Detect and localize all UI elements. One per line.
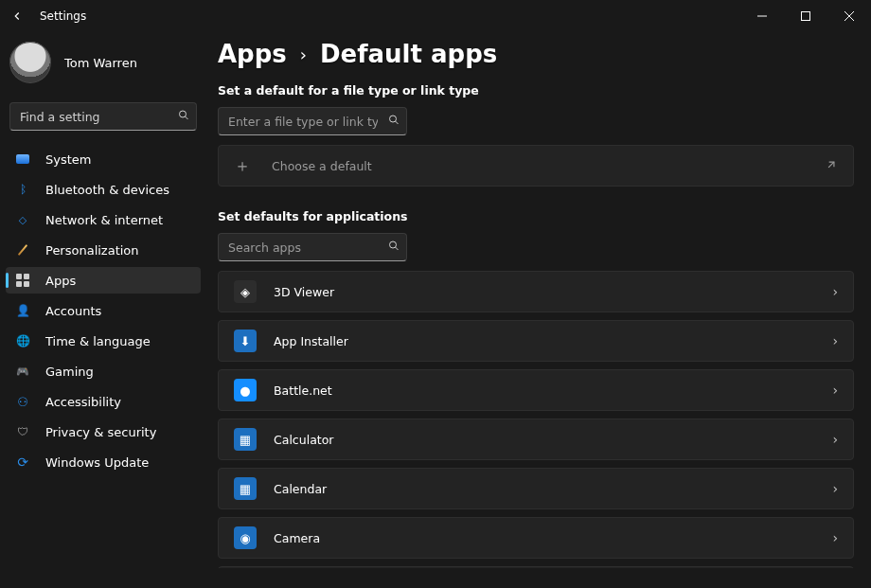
network-icon: ◇ [15,212,30,227]
calendar-icon: ▦ [234,477,257,500]
bluetooth-icon: ᛒ [15,182,30,197]
svg-point-8 [390,241,397,248]
choose-default-label: Choose a default [272,159,372,173]
back-button[interactable] [6,5,28,27]
app-row-3d-viewer[interactable]: ◈3D Viewer› [218,271,854,312]
gaming-icon: 🎮 [15,364,30,379]
user-block[interactable]: Tom Warren [6,38,201,95]
breadcrumb-root[interactable]: Apps [218,40,287,68]
open-external-icon [825,157,838,175]
sidebar: Tom Warren SystemᛒBluetooth & devices◇Ne… [0,32,206,588]
app-row-app-installer[interactable]: ⬇App Installer› [218,320,854,362]
calculator-icon: ▦ [234,428,257,451]
window-title: Settings [40,9,86,23]
user-name: Tom Warren [64,56,137,70]
app-list: ◈3D Viewer›⬇App Installer›●Battle.net›▦C… [218,271,854,568]
close-button[interactable] [827,0,871,32]
time-icon: 🌐 [15,333,30,348]
apps-icon [15,273,30,288]
svg-point-4 [180,111,187,117]
filetype-section-label: Set a default for a file type or link ty… [218,83,854,98]
plus-icon: ＋ [234,154,251,177]
chevron-right-icon: › [832,284,838,299]
nav-item-label: Network & internet [45,213,163,227]
chevron-right-icon: › [832,333,838,348]
apps-search [218,233,407,261]
nav-item-label: Accounts [45,304,101,318]
nav-item-update[interactable]: ⟳Windows Update [6,449,201,475]
minimize-button[interactable] [740,0,784,32]
app-row-label: App Installer [274,334,348,348]
update-icon: ⟳ [15,454,30,470]
apps-search-input[interactable] [218,233,407,261]
sidebar-search [9,102,197,131]
svg-line-5 [186,116,188,119]
app-row-label: Calendar [274,482,327,496]
main-scroll[interactable]: Apps › Default apps Set a default for a … [218,38,858,568]
accounts-icon: 👤 [15,303,30,318]
nav-item-personalization[interactable]: Personalization [6,237,201,263]
camera-icon: ◉ [234,526,257,549]
nav-item-label: Time & language [45,334,151,348]
filetype-search [218,107,407,135]
nav-item-label: Apps [45,274,76,288]
svg-rect-1 [802,12,810,21]
breadcrumb-current: Default apps [320,40,497,68]
apps-section-label: Set defaults for applications [218,209,854,223]
nav-item-gaming[interactable]: 🎮Gaming [6,358,201,384]
filetype-search-input[interactable] [218,107,407,135]
avatar [9,42,51,83]
nav-item-accessibility[interactable]: ⚇Accessibility [6,388,201,415]
nav-item-accounts[interactable]: 👤Accounts [6,297,201,324]
nav-item-label: Windows Update [45,455,149,470]
nav-item-privacy[interactable]: 🛡Privacy & security [6,419,201,445]
chevron-right-icon: › [300,45,307,64]
app-row-label: Calculator [274,433,333,447]
privacy-icon: 🛡 [15,424,30,439]
personalization-icon [15,242,30,258]
app-row-label: Camera [274,531,320,545]
maximize-button[interactable] [784,0,827,32]
search-icon [178,110,189,124]
app-row-camera[interactable]: ◉Camera› [218,517,854,559]
nav-item-label: Personalization [45,243,139,258]
app-row-calendar[interactable]: ▦Calendar› [218,468,854,509]
svg-point-6 [390,116,397,122]
app-installer-icon: ⬇ [234,330,257,352]
chevron-right-icon: › [832,432,838,447]
titlebar: Settings [0,0,871,32]
search-icon [388,115,400,129]
system-icon [15,151,30,167]
app-row-battle-net[interactable]: ●Battle.net› [218,369,854,411]
svg-line-9 [396,247,399,250]
window-controls [740,0,871,32]
nav-item-network[interactable]: ◇Network & internet [6,206,201,233]
sidebar-search-input[interactable] [9,102,197,131]
nav-item-label: Gaming [45,365,94,379]
app-row-clock[interactable]: ◷Clock› [218,566,854,568]
breadcrumb: Apps › Default apps [218,38,854,81]
nav-item-label: System [45,152,91,167]
svg-line-7 [396,121,399,124]
choose-default-row[interactable]: ＋ Choose a default [218,145,854,187]
nav-item-label: Privacy & security [45,425,156,439]
chevron-right-icon: › [832,383,838,398]
nav-item-system[interactable]: System [6,146,201,172]
3d-viewer-icon: ◈ [234,280,257,303]
accessibility-icon: ⚇ [15,394,30,409]
chevron-right-icon: › [832,530,838,545]
chevron-right-icon: › [832,481,838,496]
app-row-label: 3D Viewer [274,285,334,299]
nav-list: SystemᛒBluetooth & devices◇Network & int… [6,146,201,475]
nav-item-apps[interactable]: Apps [6,267,201,294]
battle-net-icon: ● [234,379,257,401]
nav-item-label: Bluetooth & devices [45,183,169,197]
nav-item-bluetooth[interactable]: ᛒBluetooth & devices [6,176,201,203]
main-content: Apps › Default apps Set a default for a … [206,32,871,588]
nav-item-time[interactable]: 🌐Time & language [6,328,201,354]
search-icon [388,241,400,255]
app-row-label: Battle.net [274,383,332,398]
app-row-calculator[interactable]: ▦Calculator› [218,419,854,460]
nav-item-label: Accessibility [45,395,121,409]
